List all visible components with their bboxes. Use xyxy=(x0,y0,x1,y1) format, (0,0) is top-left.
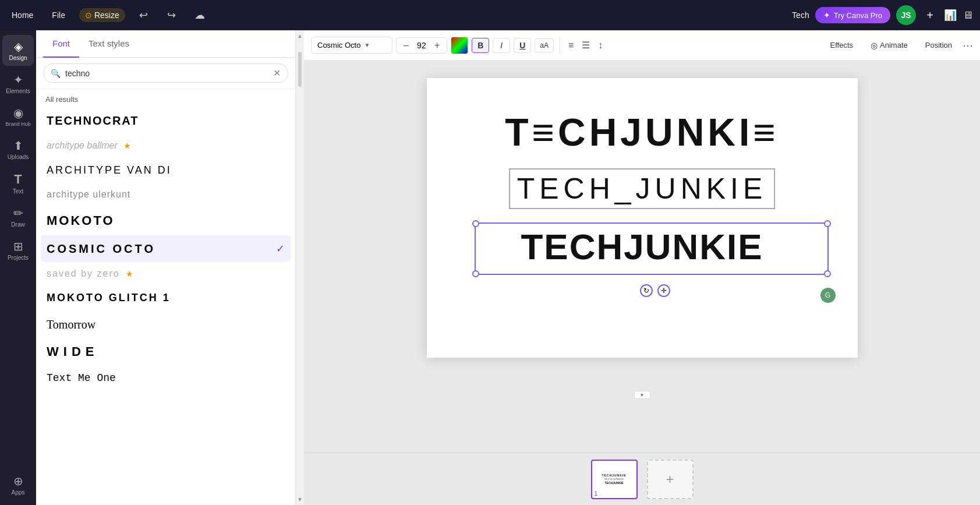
file-button[interactable]: File xyxy=(47,8,70,22)
text-color-swatch[interactable] xyxy=(451,37,468,54)
more-options-button[interactable]: ⋯ xyxy=(963,39,973,52)
font-display-technocrat: TECHNOCRAT xyxy=(47,113,139,128)
redo-button[interactable]: ↪ xyxy=(162,6,181,24)
resize-handle-tr[interactable] xyxy=(824,220,831,227)
font-scroll-bar[interactable]: ▲ ▼ xyxy=(296,30,304,505)
clear-search-icon[interactable]: ✕ xyxy=(273,68,281,79)
underline-button[interactable]: U xyxy=(514,38,531,53)
animate-icon: ◎ xyxy=(871,41,878,50)
resize-handle-bl[interactable] xyxy=(472,270,479,277)
canvas-text-3-content: TECHJUNKIE xyxy=(521,227,763,267)
font-item-architype-ballmer[interactable]: architype ballmer ★ xyxy=(41,134,291,158)
move-handle[interactable]: ✛ xyxy=(657,284,670,297)
font-item-mokoto[interactable]: MOKOTO xyxy=(41,207,291,235)
font-list: TECHNOCRAT architype ballmer ★ ARCHITYPE… xyxy=(36,107,295,505)
text-case-button[interactable]: aA xyxy=(535,38,554,52)
italic-button[interactable]: I xyxy=(493,38,510,53)
font-display-tomorrow: Tomorrow xyxy=(47,317,95,332)
canvas-text-layer-1[interactable]: T≡CHJUNKI≡ xyxy=(505,110,779,154)
animate-button[interactable]: ◎ Animate xyxy=(864,37,915,54)
font-item-mokoto-glitch[interactable]: MOKOTO GLITCH 1 xyxy=(41,285,291,310)
sidebar-item-text[interactable]: T Text xyxy=(2,167,34,199)
line-height-icon[interactable]: ↕ xyxy=(596,38,605,53)
font-item-technocrat[interactable]: TECHNOCRAT xyxy=(41,107,291,134)
brand-handle[interactable]: G xyxy=(820,288,836,303)
effects-button[interactable]: Effects xyxy=(823,37,861,53)
bold-button[interactable]: B xyxy=(472,38,489,53)
canvas-scroll[interactable]: T≡CHJUNKI≡ TECH_JUNKIE TECHJUNKIE xyxy=(304,61,980,453)
font-display-text-me-one: Text Me One xyxy=(47,372,116,385)
all-results-label: All results xyxy=(36,89,295,107)
rotate-handle[interactable]: ↻ xyxy=(640,284,653,297)
sidebar-item-elements[interactable]: ✦ Elements xyxy=(2,68,34,99)
undo-button[interactable]: ↩ xyxy=(135,6,153,24)
position-button[interactable]: Position xyxy=(918,37,959,53)
font-tab[interactable]: Font xyxy=(43,30,79,58)
scroll-up-arrow[interactable]: ▲ xyxy=(297,33,303,39)
font-item-architype-van[interactable]: ARCHITYPE VAN DI xyxy=(41,158,291,183)
search-input-wrap: 🔍 ✕ xyxy=(43,63,288,83)
chart-icon[interactable]: 📊 xyxy=(944,9,957,22)
font-display-mokoto: MOKOTO xyxy=(47,213,115,229)
resize-handle-tl[interactable] xyxy=(472,220,479,227)
text-styles-tab[interactable]: Text styles xyxy=(79,30,139,58)
font-display-architype-van: ARCHITYPE VAN DI xyxy=(47,164,172,177)
sidebar-label-projects: Projects xyxy=(8,255,29,261)
font-item-saved-zero[interactable]: saved by zero ★ xyxy=(41,262,291,286)
try-canva-pro-button[interactable]: ✦ Try Canva Pro xyxy=(815,7,890,23)
list-icon[interactable]: ☰ xyxy=(579,37,592,53)
sidebar-label-design: Design xyxy=(9,55,27,61)
font-panel-tabs: Font Text styles xyxy=(36,30,295,58)
canvas-text-layer-2[interactable]: TECH_JUNKIE xyxy=(509,168,776,209)
format-toolbar: Cosmic Octo ▼ – 92 + B I U aA ≡ ☰ ↕ xyxy=(304,30,980,61)
sidebar-item-draw[interactable]: ✏ Draw xyxy=(2,202,34,232)
sidebar-item-projects[interactable]: ⊞ Projects xyxy=(2,235,34,266)
brand-icon: G xyxy=(825,291,830,299)
font-size-decrease-button[interactable]: – xyxy=(401,40,411,51)
share-icon[interactable]: 🖥 xyxy=(963,9,973,22)
collapse-panel-button[interactable]: ▼ xyxy=(634,391,650,399)
font-item-cosmic-octo[interactable]: COSMIC OCTO ✓ xyxy=(41,235,291,262)
canvas-area: Cosmic Octo ▼ – 92 + B I U aA ≡ ☰ ↕ xyxy=(304,30,980,505)
font-item-tomorrow[interactable]: Tomorrow xyxy=(41,311,291,338)
user-avatar[interactable]: JS xyxy=(896,5,916,25)
font-search-input[interactable] xyxy=(65,69,268,78)
sidebar-item-design[interactable]: ◈ Design xyxy=(2,35,34,66)
font-item-text-me-one[interactable]: Text Me One xyxy=(41,366,291,391)
search-icon: 🔍 xyxy=(51,69,61,78)
thumb-text-3: TECHJUNKIE xyxy=(605,481,624,485)
align-left-icon[interactable]: ≡ xyxy=(566,38,576,53)
canvas-text-1-content: T≡CHJUNKI≡ xyxy=(505,111,779,154)
page-thumbnail-1[interactable]: TECHJUNKIE TECHJUNKIE TECHJUNKIE 1 xyxy=(591,460,638,499)
apps-icon: ⊕ xyxy=(13,474,23,488)
font-item-architype-ulerkunt[interactable]: architype ulerkunt xyxy=(41,183,291,207)
scroll-thumb[interactable] xyxy=(298,52,302,87)
text-icon: T xyxy=(14,172,22,187)
home-button[interactable]: Home xyxy=(7,8,38,22)
add-button[interactable]: + xyxy=(922,7,938,23)
sidebar-item-uploads[interactable]: ⬆ Uploads xyxy=(2,134,34,165)
resize-handle-br[interactable] xyxy=(824,270,831,277)
canvas-text-layer-3[interactable]: TECHJUNKIE xyxy=(521,226,763,267)
font-item-wide[interactable]: WIDE xyxy=(41,338,291,366)
add-page-button[interactable]: + xyxy=(647,460,694,499)
sidebar-label-apps: Apps xyxy=(12,489,25,496)
topbar-right: Tech ✦ Try Canva Pro JS + 📊 🖥 xyxy=(792,5,973,25)
font-selector-label: Cosmic Octo xyxy=(317,41,360,50)
sidebar-item-brand-hub[interactable]: ◉ Brand Hub xyxy=(2,101,34,132)
font-size-increase-button[interactable]: + xyxy=(432,40,442,51)
font-selector-arrow-icon: ▼ xyxy=(364,42,370,48)
cloud-save-button[interactable]: ☁ xyxy=(190,6,209,24)
design-icon: ◈ xyxy=(14,40,23,54)
sidebar-item-apps[interactable]: ⊕ Apps xyxy=(2,469,34,500)
sidebar-label-draw: Draw xyxy=(11,221,24,228)
font-display-saved-zero: saved by zero xyxy=(47,268,120,280)
design-canvas[interactable]: T≡CHJUNKI≡ TECH_JUNKIE TECHJUNKIE xyxy=(427,78,858,358)
font-selector-dropdown[interactable]: Cosmic Octo ▼ xyxy=(311,37,392,54)
scroll-down-arrow[interactable]: ▼ xyxy=(297,496,303,503)
resize-button[interactable]: ⊙ Resize xyxy=(79,8,125,22)
topbar-left: Home File ⊙ Resize ↩ ↪ ☁ xyxy=(7,6,209,24)
bottom-panel: TECHJUNKIE TECHJUNKIE TECHJUNKIE 1 + xyxy=(304,453,980,505)
thumb-text-2: TECHJUNKIE xyxy=(604,478,624,481)
font-size-value[interactable]: 92 xyxy=(413,41,430,50)
